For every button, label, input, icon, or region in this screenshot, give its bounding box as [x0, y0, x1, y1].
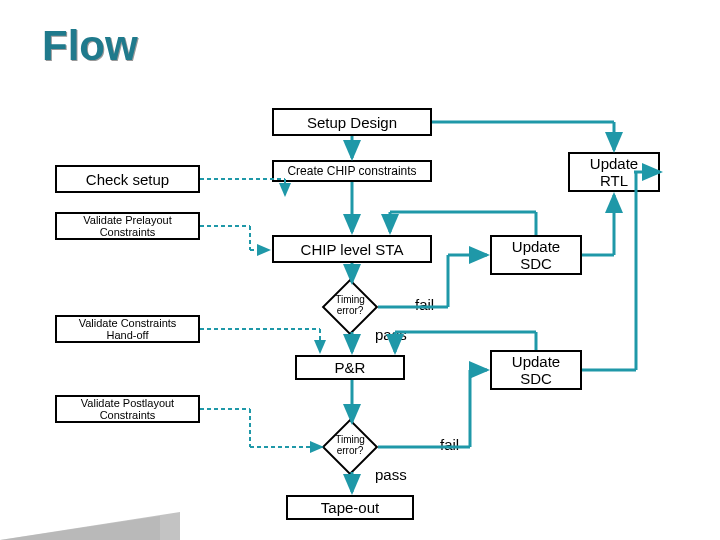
box-check-setup: Check setup — [55, 165, 200, 193]
box-setup-design: Setup Design — [272, 108, 432, 136]
box-update-rtl: Update RTL — [568, 152, 660, 192]
label-pass-1: pass — [375, 326, 407, 343]
label-fail-1: fail — [415, 296, 434, 313]
page-title: Flow — [42, 22, 138, 70]
box-chip-level-sta: CHIP level STA — [272, 235, 432, 263]
box-update-sdc1: Update SDC — [490, 235, 582, 275]
label-pass-2: pass — [375, 466, 407, 483]
decision-label-2: Timing error? — [332, 434, 368, 456]
box-validate-prelayout: Validate Prelayout Constraints — [55, 212, 200, 240]
box-pr: P&R — [295, 355, 405, 380]
decision-label-1: Timing error? — [332, 294, 368, 316]
box-validate-postlayout: Validate Postlayout Constraints — [55, 395, 200, 423]
box-create-chip-constraints: Create CHIP constraints — [272, 160, 432, 182]
box-tapeout: Tape-out — [286, 495, 414, 520]
box-validate-handoff: Validate Constraints Hand-off — [55, 315, 200, 343]
box-update-sdc2: Update SDC — [490, 350, 582, 390]
label-fail-2: fail — [440, 436, 459, 453]
decorative-triangle-2 — [0, 516, 160, 540]
